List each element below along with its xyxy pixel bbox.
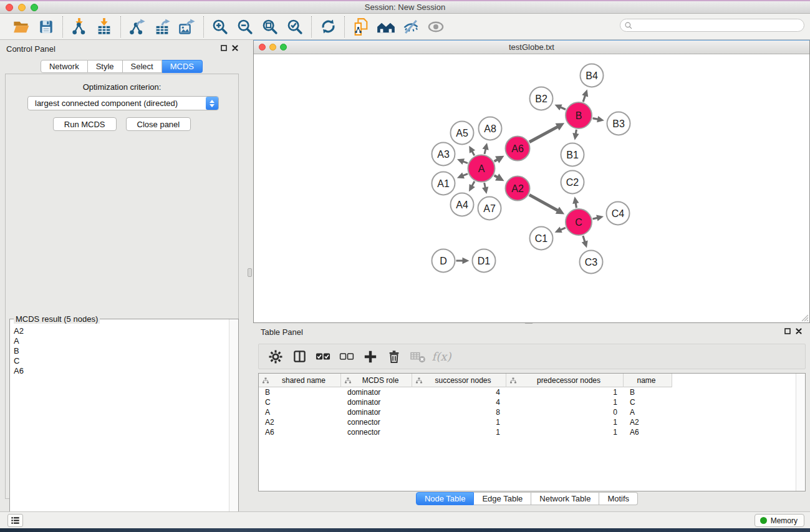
table-cell: A [259,407,341,417]
column-selector-button[interactable] [291,349,307,365]
hide-selected-button[interactable] [401,17,421,37]
memory-button[interactable]: Memory [755,514,804,527]
table-cell: connector [341,417,412,427]
import-network-button[interactable] [69,17,89,37]
zoom-fit-button[interactable] [260,17,280,37]
first-neighbors-button[interactable] [376,17,396,37]
column-hierarchy-icon [509,377,517,384]
table-scrollbar[interactable] [796,374,805,491]
graph-edge-arrowhead [582,89,588,97]
desktop-background [0,528,810,532]
add-row-button[interactable] [362,349,378,365]
column-hierarchy-icon [415,377,423,384]
tab-select[interactable]: Select [123,60,162,73]
table-row[interactable]: A6connector11A6 [259,427,796,437]
tab-network[interactable]: Network [41,60,88,73]
table-row[interactable]: Adominator80A [259,407,796,417]
tab-edge-table[interactable]: Edge Table [474,492,531,505]
float-table-panel-icon[interactable] [784,328,791,334]
network-canvas[interactable]: B4B2BB3A8A5A6A3B1AA1C2A2A4A7C4CC1C3DD1 [254,55,809,322]
zoom-in-button[interactable] [210,17,230,37]
export-image-button[interactable] [177,17,197,37]
network-from-selection-button[interactable] [351,17,371,37]
result-node-item[interactable]: A2 [14,326,229,336]
function-builder-button[interactable]: f(x) [433,349,450,365]
refresh-button[interactable] [318,17,338,37]
delete-row-button[interactable] [386,349,402,365]
search-icon [624,21,633,30]
search-input[interactable] [633,20,804,31]
table-cell: 1 [412,427,506,437]
run-mcds-button[interactable]: Run MCDS [53,117,117,131]
selected-criterion-value: largest connected component (directed) [28,99,206,108]
left-split-handle[interactable] [248,268,252,277]
refresh-icon [320,18,337,35]
tab-mcds[interactable]: MCDS [162,60,203,73]
column-hierarchy-icon [344,377,352,384]
resize-grip-icon[interactable] [800,313,809,322]
maximize-window-button[interactable] [31,4,38,11]
deselect-all-button[interactable] [339,349,355,365]
graph-edge-A6-B[interactable] [529,127,558,142]
column-header-name[interactable]: name [624,374,672,387]
result-node-item[interactable]: A [14,336,229,346]
show-hidden-icon [427,18,445,36]
graph-edge-A2-C[interactable] [529,195,558,211]
import-table-button[interactable] [94,17,114,37]
tab-node-table[interactable]: Node Table [416,492,475,505]
graph-node-label: C [575,217,582,228]
table-row[interactable]: Bdominator41B [259,387,796,397]
table-cell: A2 [259,417,341,427]
main-toolbar [0,14,810,40]
network-maximize-button[interactable] [280,44,287,51]
zoom-selected-button[interactable] [285,17,305,37]
result-node-item[interactable]: B [14,346,229,356]
network-close-button[interactable] [259,44,266,51]
export-network-button[interactable] [127,17,147,37]
minimize-window-button[interactable] [18,4,26,11]
float-panel-icon[interactable] [221,45,227,51]
task-history-button[interactable] [7,514,23,527]
select-all-button[interactable] [315,349,331,365]
table-row[interactable]: A2connector11A2 [259,417,796,427]
export-table-button[interactable] [152,17,172,37]
network-minimize-button[interactable] [269,44,276,51]
optimization-criterion-select[interactable]: largest connected component (directed) [27,96,219,110]
graph-edge-C-C3[interactable] [583,236,585,243]
table-cell: connector [341,427,412,437]
result-node-item[interactable]: C [14,356,229,366]
control-panel-title: Control Panel [6,44,55,54]
network-from-selection-icon [352,18,370,36]
network-window-titlebar[interactable]: testGlobe.txt [254,41,809,54]
save-session-button[interactable] [36,17,56,37]
network-window-controls [259,44,287,51]
open-file-button[interactable] [11,17,31,37]
show-hidden-button[interactable] [426,17,446,37]
tab-network-table[interactable]: Network Table [531,492,599,505]
graph-node-label: A3 [437,149,450,160]
delete-table-button[interactable] [410,349,426,365]
settings-button[interactable] [268,349,284,365]
close-window-button[interactable] [6,4,13,11]
control-panel-tabs: NetworkStyleSelectMCDS [41,60,203,73]
graph-node-label: A5 [456,128,468,138]
result-node-item[interactable]: A6 [14,366,229,376]
column-header-predecessor-nodes[interactable]: predecessor nodes [506,374,624,387]
column-header-MCDS-role[interactable]: MCDS role [341,374,412,387]
search-field[interactable] [620,19,804,32]
status-bar: Memory [0,511,810,528]
column-header-successor-nodes[interactable]: successor nodes [412,374,506,387]
mcds-result-box: MCDS result (5 nodes) A2ABCA6 [9,319,239,532]
result-scrollbar[interactable] [229,319,238,532]
graph-edge-B-B4[interactable] [583,95,586,102]
close-panel-button[interactable]: Close panel [126,117,191,131]
close-panel-icon[interactable] [232,45,238,51]
import-network-icon [70,18,88,36]
zoom-out-button[interactable] [235,17,255,37]
column-header-shared-name[interactable]: shared name [259,374,341,387]
tab-style[interactable]: Style [88,60,123,73]
tab-motifs[interactable]: Motifs [599,492,638,505]
zoom-out-icon [236,18,254,36]
table-row[interactable]: Cdominator41C [259,397,796,407]
close-table-panel-icon[interactable] [796,328,802,334]
